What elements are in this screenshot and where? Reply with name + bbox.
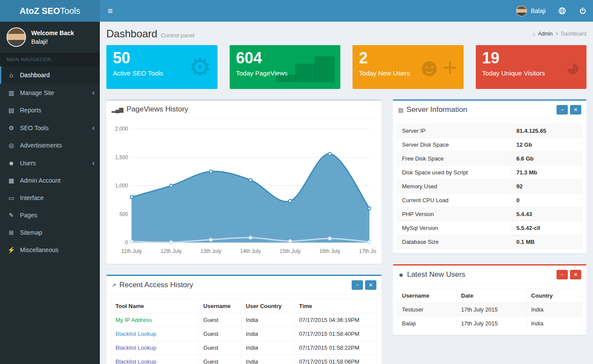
server-info-value: 0 [512,193,582,207]
table-row: Testuser17th July 2015India [398,303,582,317]
date-cell: 17th July 2015 [457,317,527,331]
panel-title: Recent Access History [119,281,193,289]
close-button[interactable]: ✕ [570,105,581,115]
bar-chart-icon: ▥ [7,89,16,96]
server-info-value: 71.3 Mb [512,166,582,180]
sidebar-item-advertisements[interactable]: ◎ Advertisements [0,137,100,154]
page-title-text: Dashboard [106,28,157,40]
panel-header: ▂▄▆ PageViews History [106,101,382,118]
lightning-icon: ⚡ [7,246,16,253]
users-icon: ☻ [7,160,16,167]
sitemap-icon: ⊞ [7,229,16,236]
sidebar-item-label: Advertisements [20,142,62,149]
sidebar-item-label: Admin Account [20,177,60,184]
tool-link[interactable]: Blacklist Lookup [115,344,156,351]
server-info-row: PHP Version5.4.43 [398,207,582,221]
server-icon: ▤ [398,107,403,113]
welcome-text: Welcome Back [31,30,74,36]
server-info-label: Server IP [398,124,512,138]
pages-icon: ✎ [7,212,16,219]
line-chart-icon: ↗ [112,282,116,289]
server-info-value: 5.5.42-cll [512,221,582,235]
breadcrumb-current: Dashboard [561,31,586,37]
monitor-icon: ▭ [7,194,16,201]
panel-header: ▤ Server Information − ✕ [393,101,586,119]
top-navbar: AtoZ SEOTools ≡ Balaji [0,0,593,22]
svg-text:0: 0 [125,239,128,246]
server-info-table: Server IP81.4.125.65Server Disk Space12 … [397,124,582,249]
time-cell: 07/17/2015 04:36:19PM [294,313,377,327]
recent-access-panel: ↗ Recent Access History − ✕ [106,275,382,364]
infobox-today-new-users: 2 Today New Users ☻+ [353,45,464,89]
sidebar-item-pages[interactable]: ✎ Pages [0,207,100,224]
sidebar-item-interface[interactable]: ▭ Interface [0,189,100,207]
topbar-username: Balaji [531,7,546,14]
breadcrumb-admin-link[interactable]: Admin [538,31,553,37]
nav-section-header: MAIN NAVIGATION [0,52,100,66]
panel-title: PageViews History [126,105,188,114]
logout-button[interactable] [573,0,593,22]
tool-link[interactable]: Blacklist Lookup [115,358,156,364]
close-button[interactable]: ✕ [365,280,376,290]
tool-name-cell: Blacklist Lookup [111,327,199,341]
brand-light: Tools [60,6,80,16]
svg-text:12th July: 12th July [161,248,181,254]
server-info-label: Memory Used [398,180,512,193]
tool-name-cell: My IP Address [111,313,199,327]
server-info-tbody: Server IP81.4.125.65Server Disk Space12 … [398,124,582,249]
table-row: My IP AddressGuestIndia07/17/2015 04:36:… [111,313,377,327]
server-info-label: PHP Version [398,207,512,221]
content-header: Dashboard Control panel ⌂ Admin > Dashbo… [100,22,593,45]
table-header-row: Tool Name Username User Country Time [111,299,377,313]
sidebar-item-manage-site[interactable]: ▥ Manage Site ‹ [0,84,100,102]
column-header: Time [294,299,377,313]
app-window: AtoZ SEOTools ≡ Balaji [0,0,593,364]
user-icon: ☻ [398,272,404,278]
sidebar-username: Balaji! [31,38,74,45]
gears-icon: ⚙ [189,55,211,80]
gears-icon: ⚙ [7,125,16,131]
server-info-label: Server Disk Space [398,138,512,152]
tool-link[interactable]: My IP Address [115,317,152,323]
sidebar-item-dashboard[interactable]: ⌂ Dashboard [0,66,100,84]
svg-text:13th July: 13th July [201,248,221,254]
sidebar-toggle-button[interactable]: ≡ [100,0,121,22]
sidebar-item-users[interactable]: ☻ Users ‹ [0,154,100,172]
user-menu[interactable]: Balaji [510,0,552,22]
svg-text:1,500: 1,500 [115,154,128,161]
username-cell: Guest [199,341,241,355]
chevron-left-icon: ‹ [92,124,95,131]
sidebar-item-sitemap[interactable]: ⊞ Sitemap [0,224,100,241]
server-info-value: 0.1 MB [512,235,582,249]
sidebar-item-admin-account[interactable]: ▦ Admin Account [0,172,100,189]
panel-tools: − ✕ [352,280,376,290]
country-cell: India [241,313,295,327]
sidebar-item-seo-tools[interactable]: ⚙ SEO Tools ‹ [0,119,100,137]
dashboard-icon: ⌂ [7,72,16,79]
column-header: Date [457,289,527,303]
tool-link[interactable]: Blacklist Lookup [115,331,156,337]
table-row: Blacklist LookupGuestIndia07/17/2015 01:… [111,341,377,355]
sidebar-item-label: Interface [20,194,43,201]
user-plus-icon: ☻+ [416,55,458,80]
brand-logo[interactable]: AtoZ SEOTools [0,0,100,22]
sidebar-item-reports[interactable]: ▤ Reports [0,102,100,119]
collapse-button[interactable]: − [557,270,568,279]
pageviews-chart: 05001,0001,5002,00011th July12th July13t… [111,123,376,258]
pageviews-history-panel: ▂▄▆ PageViews History 05001,0001,5002,00… [106,99,382,264]
language-globe-button[interactable] [552,0,573,22]
username-cell: Guest [199,355,241,364]
brand-bold: AtoZ SEO [20,6,60,16]
close-button[interactable]: ✕ [570,270,581,279]
username-cell: Guest [199,327,241,341]
hamburger-icon: ≡ [108,6,113,16]
latest-users-table: Username Date Country Testuser17th July … [397,289,582,331]
server-info-row: Current CPU Load0 [398,193,582,207]
svg-text:17th July: 17th July [359,248,376,254]
country-cell: India [527,303,582,317]
time-cell: 07/17/2015 01:58:40PM [294,327,377,341]
collapse-button[interactable]: − [557,105,568,115]
sidebar-item-miscellaneous[interactable]: ⚡ Miscellaneous [0,241,100,259]
svg-text:1,000: 1,000 [115,183,128,189]
collapse-button[interactable]: − [352,280,363,290]
